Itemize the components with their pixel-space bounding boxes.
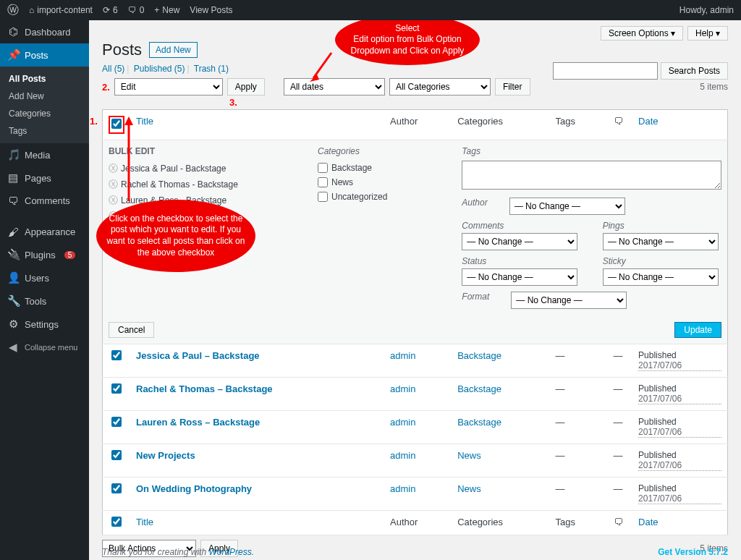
version-link[interactable]: Get Version 5.7.2	[658, 547, 728, 557]
page-icon: ▤	[7, 171, 19, 184]
select-all-checkbox-footer[interactable]	[111, 517, 122, 527]
update-button[interactable]: Update	[674, 322, 721, 338]
date-cell: Published2017/07/06	[632, 478, 727, 511]
annotation-1: 1.	[90, 116, 98, 127]
col-author-footer: Author	[384, 511, 452, 535]
sidebar-collapse[interactable]: ◀Collapse menu	[0, 336, 89, 359]
category-checkbox[interactable]	[318, 177, 328, 187]
comments-link[interactable]: 🗨 0	[128, 5, 145, 15]
category-checkbox[interactable]	[318, 163, 328, 173]
author-link[interactable]: admin	[390, 417, 415, 428]
row-checkbox[interactable]	[111, 350, 122, 360]
search-posts-button[interactable]: Search Posts	[661, 62, 728, 80]
category-filter-select[interactable]: All Categories	[389, 78, 491, 96]
category-link[interactable]: Backstage	[457, 417, 501, 428]
post-title-link[interactable]: Jessica & Paul – Backstage	[136, 350, 260, 361]
wp-logo[interactable]: ⓦ	[7, 3, 19, 18]
category-option[interactable]: Backstage	[318, 161, 447, 175]
col-date-footer[interactable]: Date	[632, 511, 727, 535]
filter-button[interactable]: Filter	[495, 78, 530, 96]
svg-marker-3	[124, 116, 133, 125]
category-link[interactable]: Backstage	[457, 383, 501, 394]
format-label: Format	[462, 292, 489, 302]
comments-cell: —	[604, 411, 632, 444]
sidebar-sub-tags[interactable]: Tags	[0, 122, 89, 140]
select-all-checkbox[interactable]	[111, 119, 122, 129]
new-link[interactable]: + New	[154, 5, 179, 15]
sidebar-item-plugins[interactable]: 🔌Plugins5	[0, 243, 89, 266]
remove-icon[interactable]: ⓧ	[109, 162, 118, 175]
sidebar-item-pages[interactable]: ▤Pages	[0, 166, 89, 190]
view-posts-link[interactable]: View Posts	[190, 5, 232, 15]
tags-cell: —	[549, 344, 604, 378]
updates-link[interactable]: ⟳ 6	[103, 5, 118, 15]
row-checkbox[interactable]	[111, 483, 122, 493]
author-link[interactable]: admin	[390, 450, 415, 461]
category-link[interactable]: News	[457, 450, 481, 461]
author-link[interactable]: admin	[390, 350, 415, 361]
author-select[interactable]: — No Change —	[509, 198, 625, 215]
tags-cell: —	[549, 411, 604, 444]
apply-button[interactable]: Apply	[227, 78, 265, 96]
bulk-action-select[interactable]: Edit	[114, 78, 223, 96]
remove-icon[interactable]: ⓧ	[109, 178, 118, 191]
comments-select[interactable]: — No Change —	[462, 233, 577, 250]
post-title-link[interactable]: Lauren & Ross – Backstage	[136, 417, 260, 428]
home-icon: ⌂	[29, 5, 34, 15]
sidebar-item-tools[interactable]: 🔧Tools	[0, 289, 89, 313]
category-link[interactable]: Backstage	[457, 350, 501, 361]
col-comments-footer: 🗨	[604, 511, 632, 535]
post-title-link[interactable]: On Wedding Photography	[136, 483, 252, 494]
col-title[interactable]: Title	[130, 110, 384, 140]
wordpress-link[interactable]: WordPress	[208, 547, 251, 557]
category-option[interactable]: News	[318, 175, 447, 190]
help-button[interactable]: Help ▾	[687, 26, 728, 41]
pings-select[interactable]: — No Change —	[603, 233, 719, 250]
comment-icon: 🗨	[614, 517, 623, 527]
sidebar-item-dashboard[interactable]: ⌬Dashboard	[0, 20, 89, 43]
category-checkbox[interactable]	[318, 192, 328, 202]
status-select[interactable]: — No Change —	[462, 268, 577, 286]
sticky-select[interactable]: — No Change —	[603, 268, 719, 286]
site-link[interactable]: ⌂ import-content	[29, 5, 93, 15]
sidebar-item-comments[interactable]: 🗨Comments	[0, 190, 89, 212]
format-select[interactable]: — No Change —	[511, 292, 627, 309]
filter-trash[interactable]: Trash (1)	[194, 64, 229, 74]
post-title-link[interactable]: New Projects	[136, 450, 195, 461]
sidebar-item-posts[interactable]: 📌Posts	[0, 43, 89, 67]
admin-toolbar: ⓦ ⌂ import-content ⟳ 6 🗨 0 + New View Po…	[0, 0, 741, 20]
col-tags-footer: Tags	[549, 511, 604, 535]
sidebar-sub-categories[interactable]: Categories	[0, 105, 89, 122]
post-title-link[interactable]: Rachel & Thomas – Backstage	[136, 383, 273, 394]
sidebar-sub-add-new[interactable]: Add New	[0, 88, 89, 105]
screen-options-button[interactable]: Screen Options ▾	[601, 26, 683, 41]
row-checkbox[interactable]	[111, 383, 122, 394]
filter-published[interactable]: Published (5)	[134, 64, 185, 74]
settings-icon: ⚙	[7, 318, 19, 331]
add-new-button[interactable]: Add New	[149, 42, 198, 58]
howdy-link[interactable]: Howdy, admin	[679, 5, 734, 15]
sidebar-item-settings[interactable]: ⚙Settings	[0, 313, 89, 336]
col-author: Author	[384, 110, 452, 140]
pings-label: Pings	[603, 221, 721, 231]
author-link[interactable]: admin	[390, 383, 415, 394]
remove-icon[interactable]: ⓧ	[109, 194, 118, 207]
category-option[interactable]: Uncategorized	[318, 190, 447, 204]
col-date[interactable]: Date	[632, 110, 727, 140]
tags-cell: —	[549, 378, 604, 411]
search-input[interactable]	[553, 62, 658, 80]
cancel-button[interactable]: Cancel	[109, 322, 154, 338]
sidebar-item-users[interactable]: 👤Users	[0, 266, 89, 289]
sidebar-sub-all-posts[interactable]: All Posts	[0, 70, 89, 88]
sidebar-item-appearance[interactable]: 🖌Appearance	[0, 221, 89, 243]
tags-cell: —	[549, 444, 604, 478]
row-checkbox[interactable]	[111, 450, 122, 460]
col-title-footer[interactable]: Title	[130, 511, 384, 535]
sidebar-item-media[interactable]: 🎵Media	[0, 143, 89, 166]
category-link[interactable]: News	[457, 483, 481, 494]
filter-all[interactable]: All (5)	[102, 64, 124, 74]
author-link[interactable]: admin	[390, 483, 415, 494]
bulk-tags-input[interactable]	[462, 161, 721, 190]
row-checkbox[interactable]	[111, 417, 122, 427]
tags-cell: —	[549, 478, 604, 511]
